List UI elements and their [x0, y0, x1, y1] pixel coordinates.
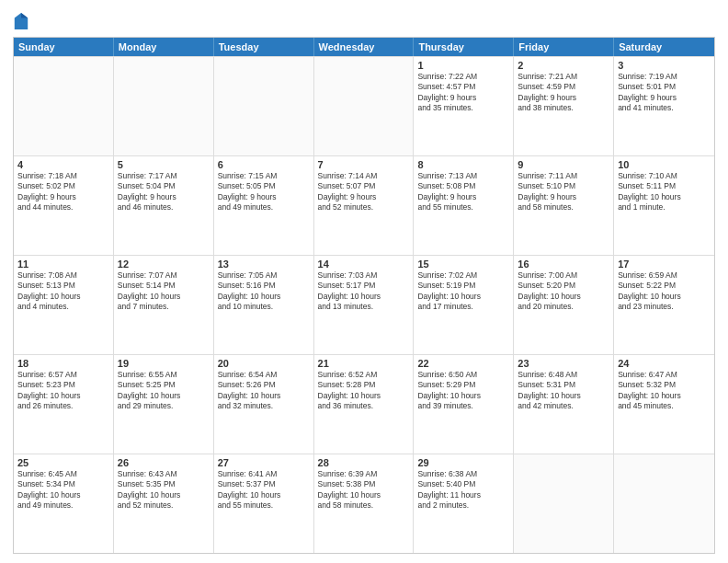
- day-header-tuesday: Tuesday: [214, 38, 314, 56]
- day-cell-15: 15Sunrise: 7:02 AM Sunset: 5:19 PM Dayli…: [414, 256, 514, 354]
- day-cell-empty-4-5: [514, 454, 614, 553]
- logo: [13, 11, 31, 31]
- day-info: Sunrise: 7:03 AM Sunset: 5:17 PM Dayligh…: [318, 270, 410, 313]
- day-cell-19: 19Sunrise: 6:55 AM Sunset: 5:25 PM Dayli…: [114, 355, 214, 454]
- day-info: Sunrise: 7:10 AM Sunset: 5:11 PM Dayligh…: [618, 171, 711, 213]
- day-info: Sunrise: 6:55 AM Sunset: 5:25 PM Dayligh…: [118, 370, 210, 412]
- day-number: 14: [318, 259, 410, 270]
- day-number: 28: [318, 457, 410, 468]
- day-info: Sunrise: 6:50 AM Sunset: 5:29 PM Dayligh…: [417, 370, 509, 412]
- day-number: 18: [17, 358, 109, 369]
- calendar-row-0: 1Sunrise: 7:22 AM Sunset: 4:57 PM Daylig…: [14, 56, 714, 155]
- day-number: 6: [218, 159, 310, 170]
- day-number: 29: [417, 457, 509, 468]
- day-info: Sunrise: 6:41 AM Sunset: 5:37 PM Dayligh…: [218, 469, 310, 511]
- day-info: Sunrise: 7:18 AM Sunset: 5:02 PM Dayligh…: [17, 171, 109, 213]
- day-cell-17: 17Sunrise: 6:59 AM Sunset: 5:22 PM Dayli…: [614, 256, 714, 354]
- day-info: Sunrise: 7:17 AM Sunset: 5:04 PM Dayligh…: [118, 171, 210, 213]
- day-info: Sunrise: 6:39 AM Sunset: 5:38 PM Dayligh…: [318, 469, 410, 511]
- day-cell-24: 24Sunrise: 6:47 AM Sunset: 5:32 PM Dayli…: [614, 355, 714, 454]
- day-cell-empty-0-1: [114, 57, 214, 155]
- day-cell-27: 27Sunrise: 6:41 AM Sunset: 5:37 PM Dayli…: [214, 454, 314, 553]
- day-number: 4: [17, 159, 109, 170]
- day-header-thursday: Thursday: [414, 38, 514, 56]
- calendar-row-1: 4Sunrise: 7:18 AM Sunset: 5:02 PM Daylig…: [14, 155, 714, 255]
- day-number: 9: [518, 159, 609, 170]
- day-info: Sunrise: 7:14 AM Sunset: 5:07 PM Dayligh…: [318, 171, 410, 213]
- day-info: Sunrise: 7:11 AM Sunset: 5:10 PM Dayligh…: [518, 171, 609, 213]
- day-number: 17: [618, 259, 711, 270]
- day-info: Sunrise: 6:52 AM Sunset: 5:28 PM Dayligh…: [318, 370, 410, 412]
- day-number: 27: [218, 457, 310, 468]
- svg-marker-1: [21, 13, 28, 17]
- day-cell-empty-4-6: [614, 454, 714, 553]
- day-cell-8: 8Sunrise: 7:13 AM Sunset: 5:08 PM Daylig…: [414, 156, 514, 255]
- day-cell-20: 20Sunrise: 6:54 AM Sunset: 5:26 PM Dayli…: [214, 355, 314, 454]
- day-cell-11: 11Sunrise: 7:08 AM Sunset: 5:13 PM Dayli…: [14, 256, 114, 354]
- day-number: 11: [17, 259, 109, 270]
- day-number: 22: [417, 358, 509, 369]
- day-info: Sunrise: 7:19 AM Sunset: 5:01 PM Dayligh…: [618, 72, 711, 114]
- day-cell-2: 2Sunrise: 7:21 AM Sunset: 4:59 PM Daylig…: [514, 57, 614, 155]
- day-info: Sunrise: 7:00 AM Sunset: 5:20 PM Dayligh…: [518, 270, 609, 313]
- day-cell-empty-0-2: [214, 57, 314, 155]
- day-number: 26: [118, 457, 210, 468]
- day-info: Sunrise: 6:54 AM Sunset: 5:26 PM Dayligh…: [218, 370, 310, 412]
- day-cell-7: 7Sunrise: 7:14 AM Sunset: 5:07 PM Daylig…: [314, 156, 415, 255]
- day-cell-3: 3Sunrise: 7:19 AM Sunset: 5:01 PM Daylig…: [614, 57, 714, 155]
- day-cell-23: 23Sunrise: 6:48 AM Sunset: 5:31 PM Dayli…: [514, 355, 614, 454]
- day-number: 3: [618, 60, 711, 71]
- day-info: Sunrise: 7:05 AM Sunset: 5:16 PM Dayligh…: [218, 270, 310, 313]
- day-header-monday: Monday: [114, 38, 214, 56]
- day-number: 7: [318, 159, 410, 170]
- day-info: Sunrise: 6:57 AM Sunset: 5:23 PM Dayligh…: [17, 370, 109, 412]
- day-cell-13: 13Sunrise: 7:05 AM Sunset: 5:16 PM Dayli…: [214, 256, 314, 354]
- day-number: 12: [118, 259, 210, 270]
- day-number: 20: [218, 358, 310, 369]
- day-info: Sunrise: 6:38 AM Sunset: 5:40 PM Dayligh…: [417, 469, 509, 511]
- day-header-friday: Friday: [514, 38, 614, 56]
- day-info: Sunrise: 6:48 AM Sunset: 5:31 PM Dayligh…: [518, 370, 609, 412]
- day-info: Sunrise: 6:43 AM Sunset: 5:35 PM Dayligh…: [118, 469, 210, 511]
- day-number: 13: [218, 259, 310, 270]
- calendar-row-2: 11Sunrise: 7:08 AM Sunset: 5:13 PM Dayli…: [14, 255, 714, 354]
- calendar-row-3: 18Sunrise: 6:57 AM Sunset: 5:23 PM Dayli…: [14, 354, 714, 454]
- calendar-body: 1Sunrise: 7:22 AM Sunset: 4:57 PM Daylig…: [14, 56, 714, 553]
- day-cell-21: 21Sunrise: 6:52 AM Sunset: 5:28 PM Dayli…: [314, 355, 415, 454]
- day-number: 5: [118, 159, 210, 170]
- calendar-row-4: 25Sunrise: 6:45 AM Sunset: 5:34 PM Dayli…: [14, 454, 714, 553]
- day-info: Sunrise: 7:22 AM Sunset: 4:57 PM Dayligh…: [417, 72, 509, 114]
- day-number: 19: [118, 358, 210, 369]
- day-cell-26: 26Sunrise: 6:43 AM Sunset: 5:35 PM Dayli…: [114, 454, 214, 553]
- day-info: Sunrise: 7:15 AM Sunset: 5:05 PM Dayligh…: [218, 171, 310, 213]
- day-cell-28: 28Sunrise: 6:39 AM Sunset: 5:38 PM Dayli…: [314, 454, 415, 553]
- day-cell-29: 29Sunrise: 6:38 AM Sunset: 5:40 PM Dayli…: [414, 454, 514, 553]
- day-cell-12: 12Sunrise: 7:07 AM Sunset: 5:14 PM Dayli…: [114, 256, 214, 354]
- day-number: 15: [417, 259, 509, 270]
- day-cell-25: 25Sunrise: 6:45 AM Sunset: 5:34 PM Dayli…: [14, 454, 114, 553]
- day-info: Sunrise: 7:07 AM Sunset: 5:14 PM Dayligh…: [118, 270, 210, 313]
- day-cell-16: 16Sunrise: 7:00 AM Sunset: 5:20 PM Dayli…: [514, 256, 614, 354]
- day-number: 23: [518, 358, 609, 369]
- day-cell-6: 6Sunrise: 7:15 AM Sunset: 5:05 PM Daylig…: [214, 156, 314, 255]
- day-cell-empty-0-3: [314, 57, 415, 155]
- day-header-wednesday: Wednesday: [314, 38, 415, 56]
- day-cell-9: 9Sunrise: 7:11 AM Sunset: 5:10 PM Daylig…: [514, 156, 614, 255]
- day-number: 8: [417, 159, 509, 170]
- day-cell-18: 18Sunrise: 6:57 AM Sunset: 5:23 PM Dayli…: [14, 355, 114, 454]
- day-cell-22: 22Sunrise: 6:50 AM Sunset: 5:29 PM Dayli…: [414, 355, 514, 454]
- day-info: Sunrise: 7:21 AM Sunset: 4:59 PM Dayligh…: [518, 72, 609, 114]
- calendar-header: SundayMondayTuesdayWednesdayThursdayFrid…: [14, 38, 714, 56]
- day-cell-empty-0-0: [14, 57, 114, 155]
- page: SundayMondayTuesdayWednesdayThursdayFrid…: [0, 0, 728, 563]
- day-cell-4: 4Sunrise: 7:18 AM Sunset: 5:02 PM Daylig…: [14, 156, 114, 255]
- day-number: 21: [318, 358, 410, 369]
- day-number: 10: [618, 159, 711, 170]
- day-cell-1: 1Sunrise: 7:22 AM Sunset: 4:57 PM Daylig…: [414, 57, 514, 155]
- header: [13, 9, 715, 31]
- day-cell-10: 10Sunrise: 7:10 AM Sunset: 5:11 PM Dayli…: [614, 156, 714, 255]
- day-number: 24: [618, 358, 711, 369]
- day-info: Sunrise: 7:08 AM Sunset: 5:13 PM Dayligh…: [17, 270, 109, 313]
- day-header-saturday: Saturday: [614, 38, 714, 56]
- day-info: Sunrise: 7:13 AM Sunset: 5:08 PM Dayligh…: [417, 171, 509, 213]
